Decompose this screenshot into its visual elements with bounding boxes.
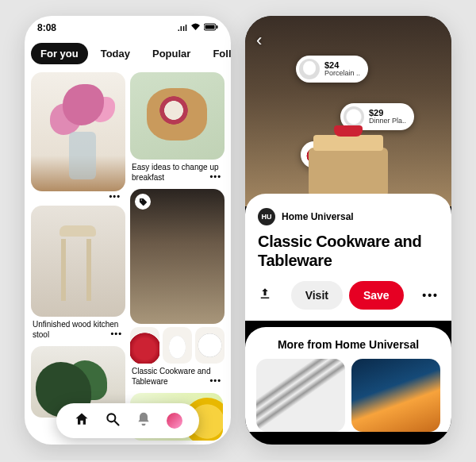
- more-icon[interactable]: •••: [110, 329, 122, 338]
- tab-for-you[interactable]: For you: [31, 43, 88, 64]
- shop-tag-thumb: [344, 106, 364, 127]
- brand-row[interactable]: HU Home Universal: [258, 208, 439, 225]
- pin-hero-image[interactable]: ‹ $24 Porcelain .. $29 Dinner Pla.. $60 …: [245, 16, 451, 206]
- svg-rect-1: [205, 25, 215, 29]
- tab-following[interactable]: Following: [203, 43, 231, 64]
- shop-tag-name: Porcelain ..: [324, 70, 360, 77]
- bell-icon[interactable]: [136, 411, 152, 430]
- svg-line-4: [114, 422, 118, 425]
- pin-detail-card: HU Home Universal Classic Cookware and T…: [245, 194, 451, 321]
- home-icon[interactable]: [74, 411, 90, 430]
- pin-stool[interactable]: Unfinished wood kitchen stool •••: [31, 206, 125, 341]
- shop-tag-thumb: [299, 59, 320, 79]
- shopping-tag-icon[interactable]: [135, 194, 151, 210]
- feed-tabs: For you Today Popular Following Re: [25, 40, 231, 72]
- more-icon[interactable]: •••: [209, 171, 221, 181]
- visit-button[interactable]: Visit: [291, 281, 343, 310]
- pin-kitchen-collection[interactable]: Classic Cookware and Tableware •••: [130, 189, 225, 388]
- pin-image[interactable]: [130, 72, 225, 160]
- thumb-pot[interactable]: [130, 327, 159, 364]
- share-icon[interactable]: [258, 287, 272, 305]
- back-icon[interactable]: ‹: [256, 30, 262, 51]
- hero-kitchen-island: [309, 148, 388, 197]
- thumb-plate[interactable]: [195, 327, 225, 364]
- phone-feed: 8:08 .ııl For you Today Popular Followin…: [25, 16, 231, 445]
- pin-image[interactable]: [31, 72, 125, 191]
- more-icon[interactable]: •••: [422, 289, 439, 302]
- more-icon[interactable]: •••: [209, 375, 221, 385]
- brand-logo: HU: [258, 208, 275, 225]
- shop-tag-price: $24: [324, 61, 360, 71]
- tab-today[interactable]: Today: [91, 43, 140, 64]
- shop-tag-porcelain[interactable]: $24 Porcelain ..: [296, 56, 368, 83]
- brand-name: Home Universal: [282, 211, 354, 222]
- avatar-icon[interactable]: [167, 413, 182, 429]
- pin-flower[interactable]: •••: [31, 72, 125, 201]
- thumb-bowl[interactable]: [163, 327, 192, 364]
- shop-tag-price: $29: [369, 109, 406, 118]
- save-button[interactable]: Save: [349, 281, 404, 310]
- phone-detail: ‹ $24 Porcelain .. $29 Dinner Pla.. $60 …: [245, 16, 451, 445]
- bottom-nav: [56, 403, 199, 438]
- pin-image[interactable]: [130, 189, 225, 324]
- status-bar: 8:08 .ııl: [25, 16, 231, 40]
- feed-grid[interactable]: ••• Unfinished wood kitchen stool ••• Ea…: [25, 72, 231, 422]
- related-pin-knives[interactable]: [256, 359, 345, 432]
- pin-toast[interactable]: Easy ideas to change up breakfast •••: [130, 72, 225, 184]
- wifi-icon: [190, 23, 201, 33]
- status-time: 8:08: [37, 22, 56, 33]
- related-pin-glassware[interactable]: [351, 359, 440, 432]
- signal-icon: .ııl: [178, 23, 187, 33]
- svg-rect-2: [217, 25, 218, 29]
- pin-image[interactable]: [31, 206, 125, 317]
- search-icon[interactable]: [105, 411, 121, 430]
- shop-tag-name: Dinner Pla..: [369, 117, 406, 125]
- tab-popular[interactable]: Popular: [143, 43, 200, 64]
- more-from-card: More from Home Universal: [245, 327, 451, 432]
- more-from-title: More from Home Universal: [256, 338, 440, 351]
- battery-icon: [204, 23, 218, 33]
- pin-title: Classic Cookware and Tableware: [258, 232, 439, 270]
- more-icon[interactable]: •••: [31, 191, 125, 201]
- section-divider: [245, 321, 451, 327]
